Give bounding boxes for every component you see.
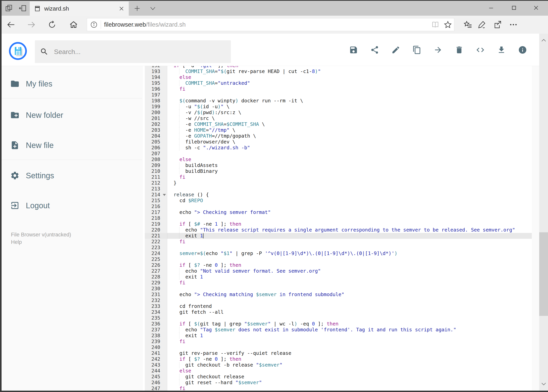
save-button[interactable]	[347, 40, 360, 60]
code-line-221[interactable]: 221 exit 1	[145, 233, 532, 239]
code-line-205[interactable]: 205 filebrowser/dev \	[145, 139, 532, 145]
code-line-220[interactable]: 220 echo "This release script requires a…	[145, 227, 532, 233]
rename-button[interactable]	[389, 40, 403, 60]
code-line-224[interactable]: 224 semver=$(echo "$1" | grep -P '^v(0|[…	[145, 251, 532, 256]
code-line-228[interactable]: 228 exit 1	[145, 274, 532, 280]
code-line-194[interactable]: 194 else	[145, 74, 532, 80]
forward-button[interactable]	[26, 19, 37, 30]
code-line-233[interactable]: 233 cd frontend	[145, 303, 532, 309]
refresh-button[interactable]	[47, 19, 57, 30]
maximize-button[interactable]	[506, 1, 522, 15]
app-logo[interactable]	[9, 42, 27, 60]
web-note-button[interactable]	[476, 19, 488, 30]
code-button[interactable]	[473, 40, 487, 60]
scroll-up-button[interactable]	[539, 35, 548, 46]
code-line-216[interactable]: 216	[145, 203, 532, 210]
more-menu-button[interactable]	[507, 19, 519, 30]
code-line-210[interactable]: 210 buildBinary	[145, 168, 532, 174]
sidebar-item-settings[interactable]: Settings	[10, 170, 54, 181]
code-line-215[interactable]: 215 cd $REPO	[145, 198, 532, 203]
code-line-226[interactable]: 226 if [ $? -ne 0 ]; then	[145, 262, 532, 268]
code-line-206[interactable]: 206 sh -c "./wizard.sh -b"	[145, 145, 532, 151]
copy-button[interactable]	[410, 40, 424, 60]
code-line-207[interactable]: 207	[145, 151, 532, 157]
code-line-195[interactable]: 195 COMMIT_SHA="untracked"	[145, 80, 532, 86]
code-line-235[interactable]: 235	[145, 315, 532, 321]
restore-tabs-button[interactable]	[18, 4, 27, 13]
close-window-button[interactable]	[528, 1, 544, 15]
page-scrollbar[interactable]	[539, 34, 548, 391]
code-line-199[interactable]: 199 -u "$(id -u)" \	[145, 104, 532, 110]
code-line-217[interactable]: 217 echo "> Checking semver format"	[145, 210, 532, 215]
code-line-202[interactable]: 202 -e COMMIT_SHA=$COMMIT_SHA \	[145, 121, 532, 127]
delete-button[interactable]	[452, 40, 466, 60]
favorite-star-icon[interactable]	[442, 20, 454, 29]
code-line-211[interactable]: 211 fi	[145, 174, 532, 180]
code-line-203[interactable]: 203 -e HOME="//tmp" \	[145, 127, 532, 133]
sidebar-item-new-folder[interactable]: New folder	[10, 110, 63, 120]
tab-list-button[interactable]	[149, 6, 156, 11]
code-line-240[interactable]: 240	[145, 344, 532, 350]
code-line-231[interactable]: 231 echo "> Checking matching $semver in…	[145, 292, 532, 297]
reading-view-icon[interactable]	[429, 21, 442, 29]
site-info-icon[interactable]	[87, 21, 101, 28]
code-line-237[interactable]: 237 echo "Tag $semver does not exist in …	[145, 327, 532, 333]
code-line-227[interactable]: 227 echo "Not valid semver format. See s…	[145, 268, 532, 274]
code-line-236[interactable]: 236 if [ $(git tag | grep "$semver" | wc…	[145, 321, 532, 327]
code-line-223[interactable]: 223	[145, 245, 532, 251]
code-line-245[interactable]: 245 git checkout release	[145, 374, 532, 380]
code-line-222[interactable]: 222 fi	[145, 239, 532, 245]
code-line-192[interactable]: 192if [ -d ".git" ]; then	[145, 66, 532, 69]
code-line-208[interactable]: 208 else	[145, 157, 532, 162]
url-field[interactable]: filebrowser.web/files/wizard.sh	[87, 18, 454, 31]
code-line-218[interactable]: 218	[145, 215, 532, 221]
code-line-232[interactable]: 232	[145, 297, 532, 303]
code-line-219[interactable]: 219 if [ $# -ne 1 ]; then	[145, 221, 532, 227]
set-aside-tabs-button[interactable]	[5, 4, 13, 13]
sidebar-item-new-file[interactable]: New file	[10, 140, 54, 151]
download-button[interactable]	[495, 40, 508, 60]
code-line-196[interactable]: 196 fi	[145, 86, 532, 92]
code-line-209[interactable]: 209 buildAssets	[145, 162, 532, 168]
scrollbar-thumb[interactable]	[539, 232, 548, 316]
hub-favorites-button[interactable]	[462, 19, 474, 30]
sidebar-item-logout[interactable]: Logout	[10, 200, 50, 211]
browser-tab[interactable]: wizard.sh	[30, 1, 129, 16]
info-button[interactable]	[516, 40, 529, 60]
code-line-244[interactable]: 244 else	[145, 368, 532, 374]
code-line-198[interactable]: 198 $(command -v winpty) docker run --rm…	[145, 98, 532, 104]
search-box[interactable]	[35, 40, 231, 63]
code-line-197[interactable]: 197	[145, 92, 532, 98]
home-button[interactable]	[68, 19, 79, 30]
code-line-234[interactable]: 234 git fetch --all	[145, 309, 532, 315]
code-line-229[interactable]: 229 fi	[145, 280, 532, 286]
code-line-201[interactable]: 201 -w //src \	[145, 115, 532, 121]
code-line-193[interactable]: 193 COMMIT_SHA="$(git rev-parse HEAD | c…	[145, 69, 532, 74]
search-input[interactable]	[54, 48, 226, 56]
code-line-225[interactable]: 225	[145, 256, 532, 262]
code-line-239[interactable]: 239 fi	[145, 339, 532, 344]
code-line-242[interactable]: 242 if [ $? -ne 0 ]; then	[145, 356, 532, 362]
fold-arrow-icon[interactable]	[163, 194, 166, 196]
code-line-247[interactable]: 247 fi	[145, 385, 532, 391]
code-line-238[interactable]: 238 exit 1	[145, 333, 532, 339]
code-line-213[interactable]: 213	[145, 186, 532, 192]
code-line-200[interactable]: 200 -v /$(pwd):/src:z \	[145, 110, 532, 115]
code-editor[interactable]: 192if [ -d ".git" ]; then193 COMMIT_SHA=…	[143, 66, 532, 391]
minimize-button[interactable]	[483, 1, 499, 15]
sidebar-help-link[interactable]: Help	[11, 238, 22, 246]
code-line-241[interactable]: 241 git rev-parse --verify --quiet relea…	[145, 350, 532, 356]
scroll-down-button[interactable]	[539, 378, 548, 389]
code-line-230[interactable]: 230	[145, 286, 532, 292]
sidebar-item-my-files[interactable]: My files	[10, 78, 52, 89]
code-line-214[interactable]: 214release () {	[145, 192, 532, 198]
back-button[interactable]	[6, 19, 16, 30]
share-page-button[interactable]	[492, 19, 503, 30]
code-line-243[interactable]: 243 git checkout -b release "$semver"	[145, 362, 532, 368]
move-button[interactable]	[431, 40, 445, 60]
code-line-212[interactable]: 212}	[145, 180, 532, 186]
code-line-204[interactable]: 204 -e GOPATH=//tmp/gopath \	[145, 133, 532, 139]
tab-close-button[interactable]	[118, 6, 125, 12]
new-tab-button[interactable]	[133, 5, 141, 12]
code-line-246[interactable]: 246 git reset --hard "$semver"	[145, 380, 532, 385]
